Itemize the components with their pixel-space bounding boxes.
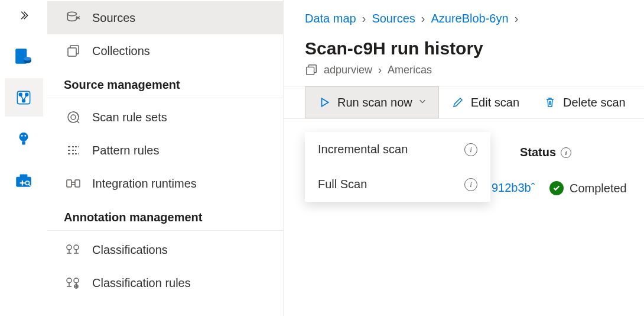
edit-scan-label: Edit scan	[471, 96, 519, 109]
classifications-icon	[65, 241, 82, 258]
svg-rect-19	[67, 180, 71, 187]
edit-scan-button[interactable]: Edit scan	[439, 87, 531, 118]
sidebar-item-label: Pattern rules	[92, 144, 159, 157]
svg-point-2	[24, 57, 31, 60]
collection-root: adpurview	[324, 64, 372, 76]
title-area: Scan-c9H run history adpurview › America…	[284, 28, 644, 86]
chevron-right-icon: ›	[421, 12, 425, 25]
column-header-status: Status i	[520, 146, 571, 159]
run-scan-label: Run scan now	[337, 96, 412, 109]
svg-point-7	[19, 132, 28, 141]
sources-icon	[65, 9, 82, 26]
run-scan-dropdown: Incremental scan i Full Scan i	[305, 132, 490, 202]
chevron-right-icon: ›	[362, 12, 366, 25]
main-content: Data map › Sources › AzureBlob-6yn › Sca…	[284, 0, 644, 316]
info-icon[interactable]: i	[464, 143, 477, 156]
sidebar-item-label: Classifications	[92, 243, 168, 257]
collection-path: adpurview › Americas	[305, 63, 644, 76]
svg-point-22	[74, 245, 79, 250]
status-value: Completed	[570, 182, 627, 195]
edit-icon	[451, 95, 465, 109]
delete-icon	[543, 95, 557, 109]
breadcrumb-data-map[interactable]: Data map	[305, 12, 356, 25]
sidebar: Sources Collections Source management Sc…	[47, 0, 284, 316]
svg-point-23	[67, 278, 71, 283]
page-title: Scan-c9H run history	[305, 38, 644, 59]
rail-item-data-map[interactable]	[5, 78, 43, 117]
sidebar-item-label: Classification rules	[92, 276, 191, 290]
rail-item-insights[interactable]	[5, 120, 43, 158]
sidebar-item-classifications[interactable]: Classifications	[47, 233, 283, 266]
nav-rail	[0, 0, 47, 316]
sidebar-item-label: Scan rule sets	[92, 111, 167, 124]
chevron-down-icon	[418, 97, 427, 108]
svg-rect-20	[75, 180, 80, 187]
svg-point-9	[21, 134, 23, 136]
dropdown-full-scan[interactable]: Full Scan i	[305, 167, 490, 202]
dropdown-incremental-scan[interactable]: Incremental scan i	[305, 132, 490, 167]
sidebar-item-scan-rule-sets[interactable]: Scan rule sets	[47, 101, 283, 134]
svg-point-10	[24, 134, 26, 136]
info-icon[interactable]: i	[464, 178, 477, 191]
table-row: 912b3bˆ	[492, 181, 534, 195]
info-icon[interactable]: i	[561, 147, 571, 158]
svg-point-21	[67, 245, 71, 250]
sidebar-item-label: Collections	[92, 44, 150, 58]
breadcrumb-sources[interactable]: Sources	[372, 12, 415, 25]
run-id-link[interactable]: 912b3bˆ	[492, 181, 534, 195]
rail-item-management[interactable]	[5, 161, 43, 199]
expand-rail-button[interactable]	[15, 7, 32, 25]
delete-scan-label: Delete scan	[563, 96, 626, 109]
sidebar-item-label: Sources	[92, 11, 135, 25]
sidebar-item-label: Integration runtimes	[92, 177, 197, 191]
sidebar-item-classification-rules[interactable]: Classification rules	[47, 266, 283, 299]
integration-runtimes-icon	[65, 175, 82, 192]
delete-scan-button[interactable]: Delete scan	[531, 87, 638, 118]
sidebar-section-source-mgmt: Source management	[47, 67, 283, 98]
svg-point-24	[74, 278, 79, 283]
sidebar-item-pattern-rules[interactable]: Pattern rules	[47, 134, 283, 167]
table-row-status: Completed	[549, 181, 627, 195]
completed-icon	[549, 181, 564, 195]
svg-point-14	[67, 12, 76, 16]
svg-rect-8	[22, 141, 25, 144]
toolbar: Run scan now Edit scan Delete scan	[284, 86, 644, 119]
svg-rect-27	[307, 67, 314, 75]
svg-point-18	[71, 115, 76, 120]
classification-rules-icon	[65, 275, 82, 291]
run-scan-button[interactable]: Run scan now	[305, 86, 439, 118]
sidebar-item-sources[interactable]: Sources	[47, 1, 283, 34]
chevron-right-icon: ›	[515, 12, 519, 25]
sidebar-section-annotation-mgmt: Annotation management	[47, 200, 283, 231]
sidebar-item-collections[interactable]: Collections	[47, 34, 283, 67]
rail-item-data-catalog[interactable]	[5, 37, 43, 75]
pattern-rules-icon	[65, 142, 82, 159]
breadcrumb-azureblob[interactable]: AzureBlob-6yn	[431, 12, 508, 25]
svg-rect-12	[20, 174, 28, 178]
dropdown-item-label: Incremental scan	[318, 143, 408, 156]
dropdown-item-label: Full Scan	[318, 178, 367, 191]
chevron-right-icon: ›	[378, 64, 382, 76]
breadcrumb: Data map › Sources › AzureBlob-6yn ›	[284, 0, 644, 28]
collections-icon	[65, 43, 82, 59]
collection-icon	[305, 63, 318, 76]
svg-rect-16	[68, 48, 76, 56]
play-icon	[317, 95, 331, 109]
scan-rule-sets-icon	[65, 109, 82, 125]
collection-child: Americas	[388, 64, 432, 76]
sidebar-item-integration-runtimes[interactable]: Integration runtimes	[47, 167, 283, 200]
